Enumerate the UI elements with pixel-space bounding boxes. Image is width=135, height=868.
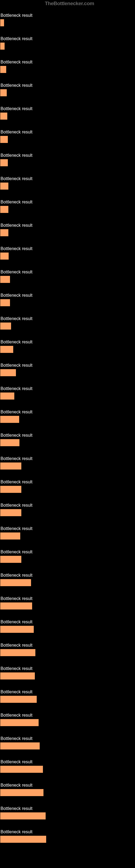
bar [0, 602, 32, 610]
bar [0, 742, 40, 750]
bar-label: Bottleneck result [0, 176, 135, 181]
bar-row: Bottleneck result [0, 8, 135, 31]
bar [0, 695, 37, 703]
bar-row: Bottleneck result [0, 101, 135, 125]
bar-row: Bottleneck result [0, 55, 135, 78]
bar-label: Bottleneck result [0, 573, 135, 578]
bar-label: Bottleneck result [0, 550, 135, 554]
bar [0, 252, 9, 260]
bar [0, 392, 14, 400]
bar-row: Bottleneck result [0, 825, 135, 848]
bar [0, 182, 9, 190]
bar-label: Bottleneck result [0, 386, 135, 391]
bar [0, 159, 8, 166]
bar-row: Bottleneck result [0, 218, 135, 241]
bar-row: Bottleneck result [0, 288, 135, 311]
bar [0, 206, 9, 213]
bar-row: Bottleneck result [0, 801, 135, 825]
bar [0, 42, 5, 50]
bar-row: Bottleneck result [0, 125, 135, 148]
bar-label: Bottleneck result [0, 340, 135, 344]
bar [0, 135, 8, 143]
bar-label: Bottleneck result [0, 830, 135, 834]
bar [0, 439, 20, 446]
bar [0, 625, 34, 633]
bar [0, 415, 19, 423]
bar [0, 462, 21, 470]
bar-row: Bottleneck result [0, 755, 135, 778]
bar [0, 556, 21, 563]
bar-label: Bottleneck result [0, 503, 135, 508]
bar-row: Bottleneck result [0, 241, 135, 265]
bar [0, 532, 20, 540]
bar [0, 812, 46, 820]
bar-label: Bottleneck result [0, 760, 135, 764]
bar-row: Bottleneck result [0, 545, 135, 568]
bar-row: Bottleneck result [0, 568, 135, 591]
bar-row: Bottleneck result [0, 731, 135, 755]
bar-label: Bottleneck result [0, 199, 135, 205]
bar-label: Bottleneck result [0, 270, 135, 275]
bar-label: Bottleneck result [0, 806, 135, 811]
bar [0, 649, 36, 656]
bar-label: Bottleneck result [0, 643, 135, 648]
bar [0, 276, 10, 283]
bar [0, 719, 39, 726]
bar [0, 66, 6, 73]
bar-label: Bottleneck result [0, 13, 135, 18]
bar-row: Bottleneck result [0, 661, 135, 685]
bar-label: Bottleneck result [0, 223, 135, 228]
bar-row: Bottleneck result [0, 311, 135, 335]
bar-label: Bottleneck result [0, 433, 135, 438]
bar-row: Bottleneck result [0, 498, 135, 521]
bar-label: Bottleneck result [0, 410, 135, 414]
bar [0, 789, 44, 796]
bar-label: Bottleneck result [0, 60, 135, 65]
bar-row: Bottleneck result [0, 358, 135, 381]
bar [0, 766, 43, 773]
bar-label: Bottleneck result [0, 479, 135, 485]
bar-row: Bottleneck result [0, 452, 135, 475]
bar-row: Bottleneck result [0, 195, 135, 218]
bar-label: Bottleneck result [0, 293, 135, 298]
bar-label: Bottleneck result [0, 246, 135, 251]
bar-label: Bottleneck result [0, 783, 135, 788]
bar-row: Bottleneck result [0, 335, 135, 358]
bar [0, 112, 8, 120]
bar-label: Bottleneck result [0, 106, 135, 111]
bar-row: Bottleneck result [0, 685, 135, 708]
bar-label: Bottleneck result [0, 456, 135, 461]
bar-label: Bottleneck result [0, 689, 135, 694]
bar-row: Bottleneck result [0, 708, 135, 731]
bar [0, 672, 35, 680]
bar [0, 19, 4, 27]
bar-row: Bottleneck result [0, 265, 135, 288]
bar-label: Bottleneck result [0, 666, 135, 671]
bar-row: Bottleneck result [0, 638, 135, 661]
bar-label: Bottleneck result [0, 736, 135, 741]
bar [0, 509, 21, 517]
bar-row: Bottleneck result [0, 148, 135, 172]
bar [0, 369, 16, 376]
bar-label: Bottleneck result [0, 316, 135, 321]
bar [0, 229, 9, 237]
bar-row: Bottleneck result [0, 172, 135, 195]
bar [0, 322, 11, 330]
bar [0, 346, 13, 353]
bar-row: Bottleneck result [0, 428, 135, 452]
bar-row: Bottleneck result [0, 31, 135, 55]
bar [0, 299, 10, 307]
bar-row: Bottleneck result [0, 778, 135, 801]
bar-label: Bottleneck result [0, 713, 135, 718]
bar [0, 579, 31, 586]
bar-chart: Bottleneck resultBottleneck resultBottle… [0, 0, 135, 848]
bar-label: Bottleneck result [0, 153, 135, 158]
bar [0, 486, 21, 493]
bar-label: Bottleneck result [0, 526, 135, 531]
bar-label: Bottleneck result [0, 130, 135, 134]
bar-row: Bottleneck result [0, 381, 135, 405]
bar-label: Bottleneck result [0, 620, 135, 624]
bar-row: Bottleneck result [0, 475, 135, 498]
bar-label: Bottleneck result [0, 83, 135, 88]
bar [0, 89, 7, 97]
